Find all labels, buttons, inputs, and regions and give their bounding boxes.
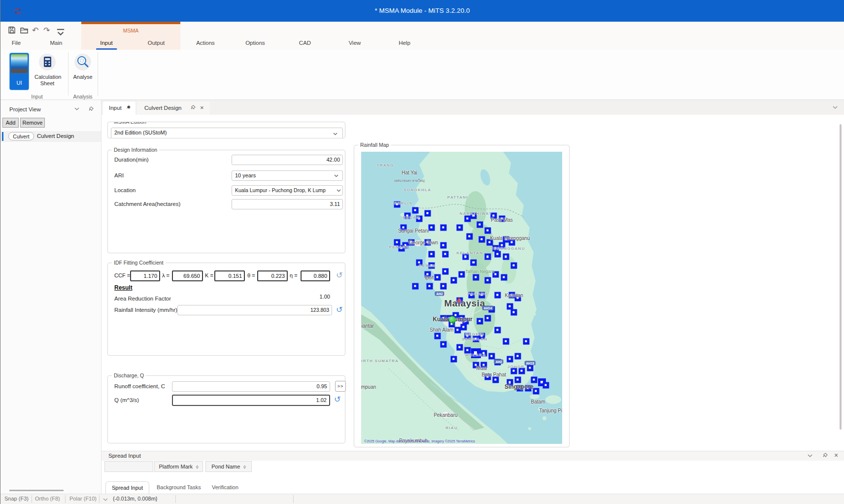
horizontal-scrollbar[interactable] bbox=[9, 490, 64, 491]
rain-station-marker[interactable] bbox=[501, 274, 507, 280]
rain-station-marker[interactable] bbox=[456, 225, 463, 231]
duration-input[interactable]: 42.00 bbox=[232, 155, 343, 165]
status-chevron-down-icon[interactable] bbox=[103, 498, 108, 501]
rain-station-marker[interactable] bbox=[471, 260, 477, 266]
close-tab-icon[interactable]: × bbox=[200, 101, 204, 114]
tab-background-tasks[interactable]: Background Tasks bbox=[151, 481, 207, 494]
polar-toggle[interactable]: Polar (F10) bbox=[69, 496, 97, 502]
tab-culvert-design[interactable]: Culvert Design × bbox=[137, 101, 210, 115]
catchment-area-input[interactable]: 3.11 bbox=[232, 199, 343, 209]
remove-button[interactable]: Remove bbox=[20, 118, 45, 128]
rainfall-intensity-reset-icon[interactable]: ↺ bbox=[336, 306, 342, 314]
runoff-coefficient-input[interactable]: 0.95 bbox=[172, 381, 330, 392]
rain-station-marker[interactable] bbox=[531, 376, 537, 383]
rain-station-marker[interactable] bbox=[442, 251, 449, 257]
rain-station-marker[interactable] bbox=[506, 356, 513, 363]
rain-station-marker[interactable] bbox=[503, 338, 509, 345]
rain-station-marker[interactable] bbox=[515, 353, 521, 360]
snap-toggle[interactable]: Snap (F3) bbox=[4, 496, 29, 502]
ui-button[interactable]: UI bbox=[9, 53, 29, 90]
rain-station-marker[interactable] bbox=[440, 341, 447, 348]
rain-station-marker[interactable] bbox=[440, 242, 447, 248]
rain-station-marker[interactable] bbox=[442, 269, 449, 275]
idf-reset-icon[interactable]: ↺ bbox=[336, 271, 342, 279]
column-platform-mark[interactable]: Platform Mark◊ bbox=[154, 461, 203, 472]
rain-station-marker[interactable] bbox=[424, 210, 431, 216]
spread-row-header-cell[interactable] bbox=[104, 461, 153, 472]
rain-station-marker[interactable] bbox=[456, 344, 463, 351]
rain-station-marker[interactable] bbox=[495, 292, 501, 298]
ribbon-tab-help[interactable]: Help bbox=[397, 37, 412, 50]
q-input[interactable]: 1.02 bbox=[172, 395, 330, 406]
pin-filled-icon[interactable] bbox=[126, 105, 131, 110]
rain-station-marker[interactable] bbox=[495, 251, 501, 257]
ribbon-tab-actions[interactable]: Actions bbox=[194, 37, 217, 50]
rain-station-marker[interactable] bbox=[495, 327, 501, 333]
undo-icon[interactable]: ↶ bbox=[32, 26, 41, 34]
rain-station-marker[interactable] bbox=[527, 365, 533, 371]
ribbon-tab-input[interactable]: Input bbox=[98, 37, 115, 50]
panel-close-icon[interactable]: × bbox=[834, 451, 841, 458]
rain-station-marker[interactable] bbox=[523, 338, 529, 345]
runoff-more-button[interactable]: >> bbox=[335, 381, 346, 392]
theta-input[interactable]: 0.223 bbox=[257, 270, 288, 281]
rain-station-marker[interactable] bbox=[489, 353, 495, 360]
rain-station-marker[interactable] bbox=[476, 222, 483, 228]
rain-station-marker[interactable] bbox=[435, 274, 441, 280]
location-select[interactable]: Kuala Lumpur - Puchong Drop, K Lump bbox=[232, 185, 343, 196]
ortho-toggle[interactable]: Ortho (F8) bbox=[35, 496, 60, 502]
rain-station-marker[interactable] bbox=[485, 315, 491, 322]
tabstrip-chevron-down-icon[interactable] bbox=[833, 106, 838, 109]
panel-chevron-down-icon[interactable] bbox=[808, 454, 814, 461]
add-button[interactable]: Add bbox=[2, 118, 19, 128]
tab-input[interactable]: Input bbox=[103, 101, 135, 115]
rain-station-marker[interactable] bbox=[435, 333, 441, 339]
sort-diamond-icon[interactable]: ◊ bbox=[243, 465, 245, 470]
lambda-input[interactable]: 69.650 bbox=[172, 270, 203, 281]
ccf-input[interactable]: 1.170 bbox=[130, 270, 160, 281]
rain-station-marker[interactable] bbox=[503, 254, 509, 260]
rain-station-marker[interactable] bbox=[511, 263, 517, 269]
vertical-scrollbar[interactable] bbox=[840, 124, 842, 430]
rain-station-marker[interactable] bbox=[485, 228, 491, 234]
rain-station-marker[interactable] bbox=[426, 283, 433, 289]
q-reset-icon[interactable]: ↺ bbox=[334, 396, 340, 403]
rain-station-marker[interactable] bbox=[450, 356, 457, 363]
rain-station-marker[interactable] bbox=[428, 251, 435, 257]
ribbon-tab-output[interactable]: Output bbox=[146, 37, 167, 50]
rain-station-marker[interactable] bbox=[478, 236, 485, 242]
ribbon-tab-main[interactable]: Main bbox=[48, 37, 65, 50]
selected-location-pin[interactable] bbox=[449, 316, 455, 323]
ari-select[interactable]: 10 years bbox=[232, 170, 343, 181]
sort-diamond-icon[interactable]: ◊ bbox=[196, 465, 198, 470]
rain-station-marker[interactable] bbox=[543, 382, 549, 389]
panel-pin-icon[interactable] bbox=[88, 106, 94, 112]
rain-station-marker[interactable] bbox=[485, 277, 491, 283]
pin-outline-icon[interactable] bbox=[190, 105, 196, 110]
eta-input[interactable]: 0.880 bbox=[301, 270, 330, 281]
rain-station-marker[interactable] bbox=[515, 376, 521, 383]
k-input[interactable]: 0.151 bbox=[214, 270, 245, 281]
rainfall-map[interactable]: TRANGHat Yaiเทศบาลนคร หาดใหญ่SONGKHLAPAT… bbox=[361, 152, 562, 444]
panel-pin-icon[interactable] bbox=[822, 453, 829, 460]
rain-station-marker[interactable] bbox=[485, 254, 491, 260]
ribbon-tab-cad[interactable]: CAD bbox=[297, 37, 313, 50]
rain-station-marker[interactable] bbox=[476, 318, 483, 324]
rain-station-marker[interactable] bbox=[428, 225, 435, 231]
ribbon-tab-options[interactable]: Options bbox=[243, 37, 267, 50]
rain-station-marker[interactable] bbox=[533, 388, 539, 395]
column-pond-name[interactable]: Pond Name◊ bbox=[205, 461, 252, 472]
tab-spread-input[interactable]: Spread Input bbox=[105, 481, 149, 494]
rain-station-marker[interactable] bbox=[440, 283, 447, 289]
project-tree-item[interactable]: Culvert Culvert Design bbox=[0, 131, 101, 142]
save-icon[interactable] bbox=[7, 26, 16, 34]
rain-station-marker[interactable] bbox=[459, 271, 465, 278]
rain-station-marker[interactable] bbox=[473, 274, 479, 280]
analyse-button[interactable]: Analyse bbox=[70, 53, 96, 92]
msma-edition-select[interactable]: 2nd Edition (SUStoM) bbox=[111, 128, 343, 138]
rain-station-marker[interactable] bbox=[412, 283, 419, 289]
redo-icon[interactable]: ↷ bbox=[43, 26, 52, 34]
rain-station-marker[interactable] bbox=[511, 309, 517, 316]
ribbon-tab-file[interactable]: File bbox=[10, 37, 23, 50]
rain-station-marker[interactable] bbox=[461, 324, 467, 330]
